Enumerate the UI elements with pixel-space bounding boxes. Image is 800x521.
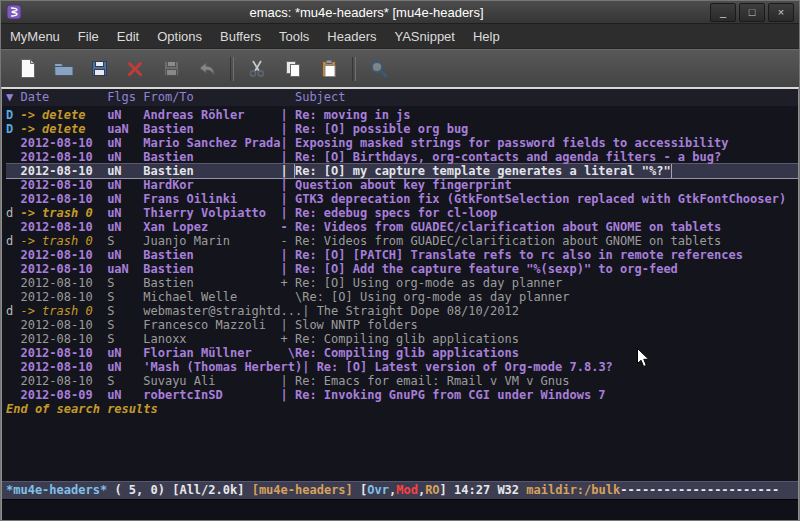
date-cell: 2012-08-10 [20, 332, 107, 346]
flags-cell: S [107, 234, 143, 248]
message-row[interactable]: d-> trash 0SJuanjo Marin-Re: Videos from… [6, 234, 798, 248]
toolbar-save-as-button[interactable] [153, 54, 189, 84]
mode-line-segment: W32 [497, 483, 526, 497]
menu-item-edit[interactable]: Edit [108, 26, 148, 47]
message-row[interactable]: 2012-08-10uNBastien|Re: [O] my capture t… [6, 164, 798, 178]
message-row[interactable]: 2012-08-10uNFlorian Müllner \Re: Compili… [6, 346, 798, 360]
toolbar-open-file-button[interactable] [45, 54, 81, 84]
column-header-subject[interactable]: Subject [295, 89, 346, 106]
menu-item-buffers[interactable]: Buffers [211, 26, 270, 47]
message-row[interactable]: d-> trash 0Swebmaster@straightd...|The S… [6, 304, 798, 318]
subject-cell: Re: moving in js [295, 108, 411, 122]
menu-item-tools[interactable]: Tools [270, 26, 318, 47]
thread-indicator: | [281, 136, 295, 150]
paste-icon [320, 59, 338, 79]
message-row[interactable]: 2012-08-10uNXan Lopez-Re: Videos from GU… [6, 220, 798, 234]
from-cell: Francesco Mazzoli [143, 318, 280, 332]
message-row[interactable]: 2012-08-10SSuvayu Ali|Re: Emacs for emai… [6, 374, 798, 388]
message-row[interactable]: 2012-08-10uNBastien|Re: [O] Birthdays, o… [6, 150, 798, 164]
mode-line[interactable]: *mu4e-headers* ( 5, 0) [All/2.0k] [mu4e-… [2, 481, 798, 499]
headers-header-line: ▼DateFlgsFrom/ToSubject [2, 89, 798, 106]
subject-cell: Re: [O] Latest version of Org-mode 7.8.3… [317, 360, 613, 374]
from-cell: Bastien [143, 150, 280, 164]
from-cell: Bastien [143, 248, 280, 262]
mark-indicator: d [6, 206, 20, 220]
new-file-icon [18, 58, 37, 79]
menu-item-help[interactable]: Help [464, 26, 509, 47]
subject-cell: Question about key fingerprint [295, 178, 512, 192]
toolbar-save-button[interactable] [81, 54, 117, 84]
date-cell: 2012-08-10 [20, 360, 107, 374]
emacs-app-icon [6, 4, 22, 20]
from-cell: Thierry Volpiatto [143, 206, 280, 220]
message-row[interactable]: 2012-08-10uaNBastien|Re: [O] Add the cap… [6, 262, 798, 276]
from-cell: Andreas Röhler [143, 108, 280, 122]
toolbar-search-button[interactable] [361, 54, 397, 84]
menu-item-file[interactable]: File [69, 26, 108, 47]
close-button[interactable]: × [768, 3, 794, 22]
from-cell: Mario Sanchez Prada [143, 136, 280, 150]
message-row[interactable]: 2012-08-10uNHardKor|Question about key f… [6, 178, 798, 192]
date-cell: -> delete [20, 108, 107, 122]
date-cell: 2012-08-10 [20, 374, 107, 388]
from-cell: Florian Müllner [143, 346, 280, 360]
menu-item-headers[interactable]: Headers [318, 26, 385, 47]
menu-item-options[interactable]: Options [148, 26, 211, 47]
thread-indicator: | [281, 178, 295, 192]
subject-cell: Re: Emacs for email: Rmail v VM v Gnus [295, 374, 570, 388]
date-cell: -> trash 0 [20, 304, 107, 318]
message-row[interactable]: 2012-08-10SLanoxx+Re: Compiling glib app… [6, 332, 798, 346]
toolbar-copy-button[interactable] [275, 54, 311, 84]
column-header-date[interactable]: Date [20, 89, 107, 106]
flags-cell: uN [107, 150, 143, 164]
subject-cell: Re: [O] [PATCH] Translate refs to rc als… [295, 248, 743, 262]
mu4e-headers-buffer[interactable]: D-> deleteuNAndreas Röhler|Re: moving in… [2, 106, 798, 481]
flags-cell: uN [107, 248, 143, 262]
mark-indicator: D [6, 122, 20, 136]
mode-line-segment: [All/2.0k] [172, 483, 251, 497]
thread-indicator: + [281, 332, 295, 346]
column-header-from[interactable]: From/To [143, 89, 280, 106]
from-cell: Michael Welle [143, 290, 280, 304]
toolbar-paste-button[interactable] [311, 54, 347, 84]
echo-area [2, 499, 798, 520]
thread-indicator: | [281, 388, 295, 402]
date-cell: 2012-08-09 [20, 388, 107, 402]
open-file-icon [53, 60, 74, 78]
toolbar-cut-button[interactable] [239, 54, 275, 84]
thread-indicator: | [281, 318, 295, 332]
from-cell: Xan Lopez [143, 220, 280, 234]
menu-item-mymenu[interactable]: MyMenu [1, 26, 69, 47]
column-header-flags[interactable]: Flgs [107, 89, 143, 106]
message-row[interactable]: 2012-08-10uNMario Sanchez Prada|Exposing… [6, 136, 798, 150]
date-cell: 2012-08-10 [20, 318, 107, 332]
message-row[interactable]: 2012-08-10uNBastien|Re: [O] [PATCH] Tran… [6, 248, 798, 262]
maximize-button[interactable]: □ [739, 3, 765, 22]
subject-cell: Re: Compiling glib applications [295, 346, 519, 360]
message-row[interactable]: 2012-08-10SMichael Welle \Re: [O] Using … [6, 290, 798, 304]
toolbar-kill-buffer-button[interactable] [117, 54, 153, 84]
message-row[interactable]: D-> deleteuNAndreas Röhler|Re: moving in… [6, 108, 798, 122]
flags-cell: uN [107, 360, 143, 374]
message-row[interactable]: 2012-08-10SFrancesco Mazzoli|Slow NNTP f… [6, 318, 798, 332]
date-cell: 2012-08-10 [20, 136, 107, 150]
date-cell: 2012-08-10 [20, 192, 107, 206]
message-row[interactable]: D-> deleteuaNBastien|Re: [O] possible or… [6, 122, 798, 136]
thread-indicator: | [281, 192, 295, 206]
copy-icon [284, 59, 303, 79]
toolbar-new-file-button[interactable] [9, 54, 45, 84]
minimize-button[interactable]: _ [710, 3, 736, 22]
toolbar-undo-button[interactable] [189, 54, 225, 84]
message-row[interactable]: 2012-08-10uNFrans Oilinki|GTK3 deprecati… [6, 192, 798, 206]
thread-indicator: - [281, 220, 295, 234]
message-row[interactable]: d-> trash 0uNThierry Volpiatto|Re: edebu… [6, 206, 798, 220]
flags-cell: S [107, 332, 143, 346]
message-row[interactable]: 2012-08-10SBastien+Re: [O] Using org-mod… [6, 276, 798, 290]
tool-bar [1, 49, 799, 87]
message-row[interactable]: 2012-08-09uNrobertcInSD|Re: Invoking Gnu… [6, 388, 798, 402]
thread-indicator: | [281, 206, 295, 220]
thread-indicator: | [302, 360, 316, 374]
mark-indicator: D [6, 108, 20, 122]
message-row[interactable]: 2012-08-10uN'Mash (Thomas Herbert)|Re: [… [6, 360, 798, 374]
menu-item-yasnippet[interactable]: YASnippet [385, 26, 463, 47]
